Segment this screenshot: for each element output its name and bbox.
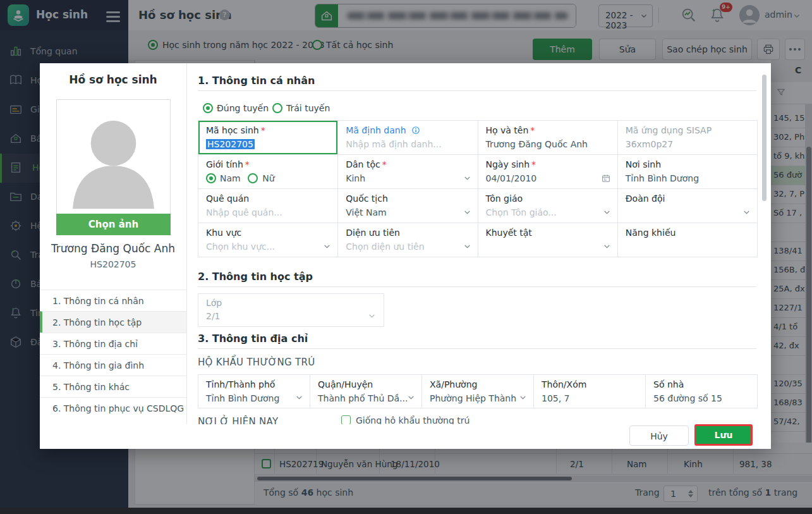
field-lop: Lớp 2/1 [198,293,384,327]
field-ma-hoc-sinh[interactable]: Mã học sinh* HS202705 [198,121,337,154]
nav-other-info[interactable]: 5. Thông tin khác [40,376,186,397]
field-khu-vuc[interactable]: Khu vực Chọn khu vực... [198,223,337,257]
student-name: Trương Đăng Quốc Anh [40,242,186,255]
field-nang-khieu[interactable]: Năng khiếu [618,223,757,257]
modal-footer: Hủy Lưu [40,424,771,449]
field-quoc-tich[interactable]: Quốc tịch Việt Nam [338,189,477,223]
chevron-down-icon [407,393,415,401]
radio-trai-tuyen-label[interactable]: Trái tuyến [286,103,330,113]
calendar-icon[interactable] [601,173,611,183]
student-photo-placeholder [56,99,171,214]
chevron-down-icon [463,174,471,182]
field-dan-toc[interactable]: Dân tộc* Kinh [338,155,477,188]
choose-photo-button[interactable]: Chọn ảnh [56,214,171,235]
screen: Học sinh Tổng quan Họ Gia Bá Hồ Da [0,0,812,514]
permanent-address-grid: Tỉnh/Thành phố Tỉnh Bình Dương Quận/Huyệ… [198,374,758,408]
radio-trai-tuyen[interactable] [272,103,282,113]
radio-dung-tuyen-label[interactable]: Đúng tuyến [217,103,269,113]
save-button[interactable]: Lưu [694,424,753,446]
chevron-down-icon [519,393,527,401]
field-que-quan[interactable]: Quê quán Nhập quê quán... [198,189,337,223]
field-ho-va-ten[interactable]: Họ và tên* Trương Đăng Quốc Anh [478,121,617,154]
field-khuyet-tat[interactable]: Khuyết tật [478,223,617,257]
chevron-down-icon [323,242,331,250]
field-noi-sinh[interactable]: Nơi sinh Tỉnh Bình Dương [618,155,757,188]
cancel-button[interactable]: Hủy [629,425,689,446]
field-ma-ung-dung-sisap: Mã ứng dụng SISAP 36xm0p27 [618,121,757,154]
chevron-down-icon [463,242,471,250]
modal-title: Hồ sơ học sinh [40,73,186,86]
radio-nu[interactable] [248,173,258,183]
field-xa-phuong[interactable]: Xã/Phường Phường Hiệp Thành [422,375,533,408]
nav-study-info[interactable]: 2. Thông tin học tập [40,311,186,333]
nav-address-info[interactable]: 3. Thông tin địa chỉ [40,333,186,354]
modal-nav: 1. Thông tin cá nhân 2. Thông tin học tậ… [40,290,186,419]
nav-personal-info[interactable]: 1. Thông tin cá nhân [40,290,186,311]
field-quan-huyen[interactable]: Quận/Huyện Thành phố Thủ Dầ... [310,375,421,408]
chevron-down-icon [603,208,611,216]
chevron-down-icon [603,242,611,250]
field-ton-giao[interactable]: Tôn giáo Chọn Tôn giáo... [478,189,617,223]
chevron-down-icon [295,393,303,401]
divider [186,63,187,449]
radio-dung-tuyen[interactable] [203,103,213,113]
radio-nam[interactable] [206,173,216,183]
nav-family-info[interactable]: 4. Thông tin gia đình [40,354,186,376]
section-3-title: 3. Thông tin địa chỉ [198,333,308,345]
same-address-checkbox[interactable] [341,415,351,425]
field-gioi-tinh[interactable]: Giới tính* Nam Nữ [198,155,337,188]
chevron-down-icon [463,208,471,216]
modal-scrollbar-thumb[interactable] [762,75,767,201]
nav-csdlqg-info[interactable]: 6. Thông tin phục vụ CSDLQG [40,397,186,419]
field-doan-doi[interactable]: Đoàn đội [618,189,757,223]
section-2-title: 2. Thông tin học tập [198,271,313,283]
student-record-modal: Hồ sơ học sinh Chọn ảnh Trương Đăng Quốc… [40,63,771,449]
permanent-address-header: HỘ KHẨU THƯỜNG TRÚ [198,357,315,368]
field-ma-dinh-danh[interactable]: Mã định danh Nhập mã định danh... [338,121,477,154]
personal-info-grid: Mã học sinh* HS202705 Mã định danh Nhập … [198,120,758,257]
student-code: HS202705 [40,259,186,269]
section-1-title: 1. Thông tin cá nhân [198,75,315,87]
field-ngay-sinh[interactable]: Ngày sinh* 04/01/2010 [478,155,617,188]
field-dien-uu-tien[interactable]: Diện ưu tiên Chọn diện ưu tiên [338,223,477,257]
chevron-down-icon [368,312,376,320]
selected-text: HS202705 [206,139,255,149]
field-thon-xom[interactable]: Thôn/Xóm 105, 7 [534,375,645,408]
chevron-down-icon [742,208,751,216]
field-tinh-thanh-pho[interactable]: Tỉnh/Thành phố Tỉnh Bình Dương [198,375,310,408]
field-so-nha[interactable]: Số nhà 56 đường số 15 [646,375,757,408]
info-icon[interactable] [411,126,420,135]
